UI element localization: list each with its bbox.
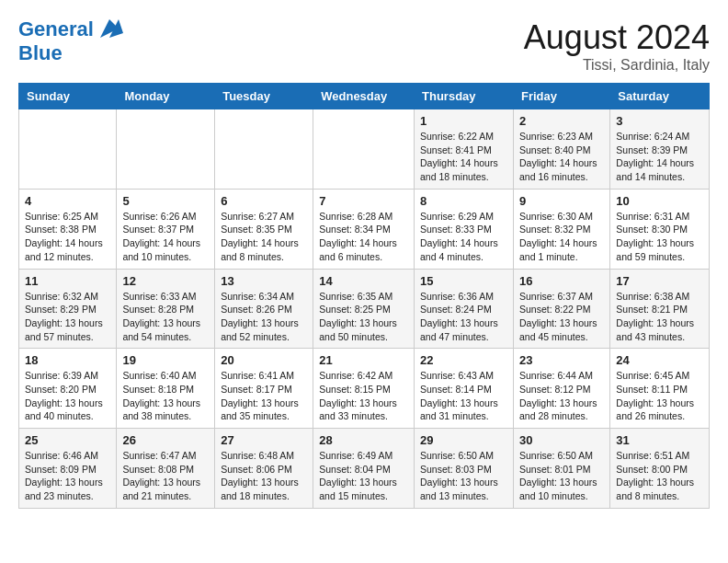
day-info: Sunrise: 6:32 AM Sunset: 8:29 PM Dayligh…	[25, 290, 110, 344]
day-info: Sunrise: 6:46 AM Sunset: 8:09 PM Dayligh…	[25, 449, 110, 503]
day-info: Sunrise: 6:38 AM Sunset: 8:21 PM Dayligh…	[616, 290, 703, 344]
calendar-week-row: 18Sunrise: 6:39 AM Sunset: 8:20 PM Dayli…	[19, 349, 710, 429]
calendar-week-row: 4Sunrise: 6:25 AM Sunset: 8:38 PM Daylig…	[19, 189, 710, 269]
day-info: Sunrise: 6:40 AM Sunset: 8:18 PM Dayligh…	[122, 369, 209, 423]
day-number: 8	[420, 194, 507, 208]
day-info: Sunrise: 6:31 AM Sunset: 8:30 PM Dayligh…	[616, 210, 703, 264]
calendar-cell: 5Sunrise: 6:26 AM Sunset: 8:37 PM Daylig…	[117, 189, 215, 269]
day-number: 21	[319, 353, 408, 367]
calendar-cell: 17Sunrise: 6:38 AM Sunset: 8:21 PM Dayli…	[610, 269, 710, 349]
day-info: Sunrise: 6:50 AM Sunset: 8:01 PM Dayligh…	[519, 449, 604, 503]
weekday-header-sunday: Sunday	[19, 84, 117, 109]
calendar-cell: 13Sunrise: 6:34 AM Sunset: 8:26 PM Dayli…	[215, 269, 313, 349]
calendar-cell: 31Sunrise: 6:51 AM Sunset: 8:00 PM Dayli…	[610, 429, 710, 509]
day-number: 27	[221, 433, 307, 447]
day-number: 22	[420, 353, 507, 367]
day-info: Sunrise: 6:30 AM Sunset: 8:32 PM Dayligh…	[519, 210, 604, 264]
day-number: 31	[616, 433, 703, 447]
calendar-week-row: 25Sunrise: 6:46 AM Sunset: 8:09 PM Dayli…	[19, 429, 710, 509]
calendar-cell	[215, 109, 313, 190]
day-number: 1	[420, 114, 507, 128]
calendar-cell: 23Sunrise: 6:44 AM Sunset: 8:12 PM Dayli…	[513, 349, 609, 429]
day-info: Sunrise: 6:49 AM Sunset: 8:04 PM Dayligh…	[319, 449, 408, 503]
day-number: 24	[616, 353, 703, 367]
day-number: 13	[221, 274, 307, 288]
day-info: Sunrise: 6:43 AM Sunset: 8:14 PM Dayligh…	[420, 369, 507, 423]
calendar-cell: 11Sunrise: 6:32 AM Sunset: 8:29 PM Dayli…	[19, 269, 117, 349]
day-info: Sunrise: 6:22 AM Sunset: 8:41 PM Dayligh…	[420, 130, 507, 184]
calendar-cell: 8Sunrise: 6:29 AM Sunset: 8:33 PM Daylig…	[415, 189, 514, 269]
calendar-cell: 12Sunrise: 6:33 AM Sunset: 8:28 PM Dayli…	[117, 269, 215, 349]
weekday-header-thursday: Thursday	[415, 84, 514, 109]
calendar-cell: 2Sunrise: 6:23 AM Sunset: 8:40 PM Daylig…	[513, 109, 609, 190]
day-number: 9	[519, 194, 604, 208]
day-number: 25	[25, 433, 110, 447]
day-number: 4	[25, 194, 110, 208]
day-number: 11	[25, 274, 110, 288]
day-number: 6	[221, 194, 307, 208]
calendar-cell: 14Sunrise: 6:35 AM Sunset: 8:25 PM Dayli…	[313, 269, 415, 349]
day-number: 7	[319, 194, 408, 208]
logo-text: General Blue	[18, 18, 123, 64]
day-number: 14	[319, 274, 408, 288]
calendar-cell: 21Sunrise: 6:42 AM Sunset: 8:15 PM Dayli…	[313, 349, 415, 429]
calendar-cell: 18Sunrise: 6:39 AM Sunset: 8:20 PM Dayli…	[19, 349, 117, 429]
day-number: 28	[319, 433, 408, 447]
calendar-cell: 15Sunrise: 6:36 AM Sunset: 8:24 PM Dayli…	[415, 269, 514, 349]
day-number: 20	[221, 353, 307, 367]
day-number: 16	[519, 274, 604, 288]
calendar-cell: 7Sunrise: 6:28 AM Sunset: 8:34 PM Daylig…	[313, 189, 415, 269]
day-info: Sunrise: 6:24 AM Sunset: 8:39 PM Dayligh…	[616, 130, 703, 184]
calendar-cell: 29Sunrise: 6:50 AM Sunset: 8:03 PM Dayli…	[415, 429, 514, 509]
day-info: Sunrise: 6:39 AM Sunset: 8:20 PM Dayligh…	[25, 369, 110, 423]
day-info: Sunrise: 6:48 AM Sunset: 8:06 PM Dayligh…	[221, 449, 307, 503]
day-info: Sunrise: 6:27 AM Sunset: 8:35 PM Dayligh…	[221, 210, 307, 264]
day-number: 12	[122, 274, 209, 288]
month-year-title: August 2024	[524, 18, 710, 57]
weekday-header-wednesday: Wednesday	[313, 84, 415, 109]
day-info: Sunrise: 6:42 AM Sunset: 8:15 PM Dayligh…	[319, 369, 408, 423]
day-number: 30	[519, 433, 604, 447]
weekday-header-friday: Friday	[513, 84, 609, 109]
day-info: Sunrise: 6:50 AM Sunset: 8:03 PM Dayligh…	[420, 449, 507, 503]
weekday-header-tuesday: Tuesday	[215, 84, 313, 109]
day-number: 3	[616, 114, 703, 128]
calendar-week-row: 11Sunrise: 6:32 AM Sunset: 8:29 PM Dayli…	[19, 269, 710, 349]
calendar-cell: 6Sunrise: 6:27 AM Sunset: 8:35 PM Daylig…	[215, 189, 313, 269]
day-info: Sunrise: 6:41 AM Sunset: 8:17 PM Dayligh…	[221, 369, 307, 423]
calendar-cell: 9Sunrise: 6:30 AM Sunset: 8:32 PM Daylig…	[513, 189, 609, 269]
page-header: General Blue August 2024 Tissi, Sardinia…	[18, 18, 710, 74]
location-label: Tissi, Sardinia, Italy	[524, 57, 710, 74]
weekday-header-monday: Monday	[117, 84, 215, 109]
day-number: 15	[420, 274, 507, 288]
day-number: 2	[519, 114, 604, 128]
title-block: August 2024 Tissi, Sardinia, Italy	[524, 18, 710, 74]
calendar-cell: 24Sunrise: 6:45 AM Sunset: 8:11 PM Dayli…	[610, 349, 710, 429]
calendar-cell: 26Sunrise: 6:47 AM Sunset: 8:08 PM Dayli…	[117, 429, 215, 509]
day-number: 5	[122, 194, 209, 208]
day-number: 18	[25, 353, 110, 367]
day-info: Sunrise: 6:35 AM Sunset: 8:25 PM Dayligh…	[319, 290, 408, 344]
day-info: Sunrise: 6:45 AM Sunset: 8:11 PM Dayligh…	[616, 369, 703, 423]
calendar-cell	[313, 109, 415, 190]
day-number: 19	[122, 353, 209, 367]
day-info: Sunrise: 6:29 AM Sunset: 8:33 PM Dayligh…	[420, 210, 507, 264]
logo: General Blue	[18, 18, 123, 64]
calendar-cell: 28Sunrise: 6:49 AM Sunset: 8:04 PM Dayli…	[313, 429, 415, 509]
calendar-cell: 3Sunrise: 6:24 AM Sunset: 8:39 PM Daylig…	[610, 109, 710, 190]
day-number: 17	[616, 274, 703, 288]
calendar-cell: 30Sunrise: 6:50 AM Sunset: 8:01 PM Dayli…	[513, 429, 609, 509]
calendar-cell: 20Sunrise: 6:41 AM Sunset: 8:17 PM Dayli…	[215, 349, 313, 429]
day-info: Sunrise: 6:37 AM Sunset: 8:22 PM Dayligh…	[519, 290, 604, 344]
day-number: 23	[519, 353, 604, 367]
day-info: Sunrise: 6:34 AM Sunset: 8:26 PM Dayligh…	[221, 290, 307, 344]
day-info: Sunrise: 6:26 AM Sunset: 8:37 PM Dayligh…	[122, 210, 209, 264]
day-info: Sunrise: 6:51 AM Sunset: 8:00 PM Dayligh…	[616, 449, 703, 503]
day-number: 29	[420, 433, 507, 447]
weekday-header-row: SundayMondayTuesdayWednesdayThursdayFrid…	[19, 84, 710, 109]
day-info: Sunrise: 6:36 AM Sunset: 8:24 PM Dayligh…	[420, 290, 507, 344]
calendar-cell	[117, 109, 215, 190]
calendar-cell: 27Sunrise: 6:48 AM Sunset: 8:06 PM Dayli…	[215, 429, 313, 509]
calendar-cell: 16Sunrise: 6:37 AM Sunset: 8:22 PM Dayli…	[513, 269, 609, 349]
calendar-cell: 25Sunrise: 6:46 AM Sunset: 8:09 PM Dayli…	[19, 429, 117, 509]
